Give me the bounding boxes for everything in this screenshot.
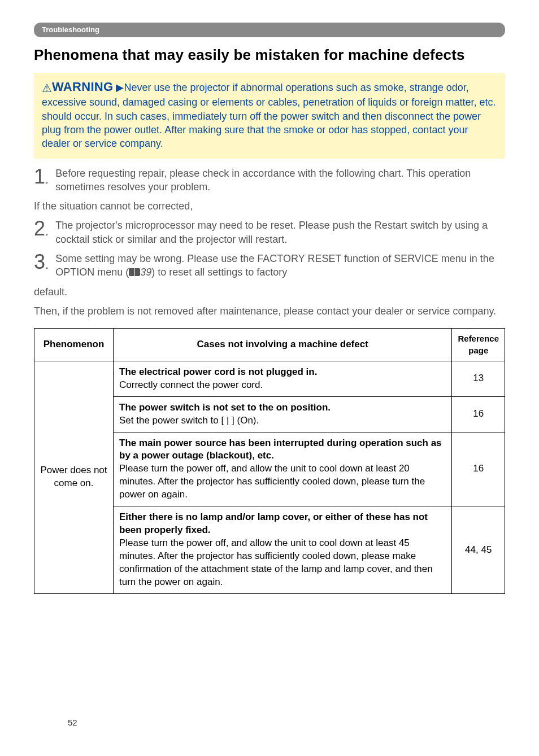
step-dot: . <box>45 257 49 272</box>
case-cell: The power switch is not set to the on po… <box>114 396 452 432</box>
paragraph: default. <box>34 285 505 299</box>
case-rest: Please turn the power off, and allow the… <box>119 537 433 587</box>
case-cell: The main power source has been interrupt… <box>114 432 452 506</box>
case-rest: Set the power switch to [ | ] (On). <box>119 415 259 426</box>
step-text: Before requesting repair, please check i… <box>55 167 505 194</box>
paragraph: Then, if the problem is not removed afte… <box>34 304 505 318</box>
case-bold: Either there is no lamp and/or lamp cove… <box>119 512 428 535</box>
step-2: 2. The projector's microprocessor may ne… <box>34 219 505 246</box>
case-bold: The main power source has been interrupt… <box>119 438 442 461</box>
step-dot: . <box>45 172 49 186</box>
table-header-row: Phenomenon Cases not involving a machine… <box>34 329 505 361</box>
arrow-right-icon: ▶ <box>116 82 124 93</box>
warning-box: ⚠WARNING ▶Never use the projector if abn… <box>34 73 505 159</box>
step-3: 3. Some setting may be wrong. Please use… <box>34 252 505 279</box>
page-title: Phenomena that may easily be mistaken fo… <box>34 45 505 65</box>
warning-label: WARNING <box>52 80 113 94</box>
ref-cell: 13 <box>452 361 505 396</box>
step-text: The projector's microprocessor may need … <box>55 219 505 246</box>
step-dot: . <box>45 224 49 238</box>
header-reference: Reference page <box>452 329 505 361</box>
troubleshooting-table: Phenomenon Cases not involving a machine… <box>34 328 505 594</box>
case-bold: The power switch is not set to the on po… <box>119 402 331 413</box>
ref-cell: 44, 45 <box>452 506 505 594</box>
header-cases: Cases not involving a machine defect <box>114 329 452 361</box>
case-rest: Correctly connect the power cord. <box>119 379 263 390</box>
ref-cell: 16 <box>452 432 505 506</box>
section-label: Troubleshooting <box>34 23 505 37</box>
step-number: 1 <box>34 165 45 188</box>
book-icon <box>129 268 140 276</box>
step-number: 2 <box>34 217 45 240</box>
case-cell: The electrical power cord is not plugged… <box>114 361 452 396</box>
step3-ref: 39 <box>140 266 151 278</box>
phenomenon-cell: Power does not come on. <box>34 361 114 593</box>
step-1: 1. Before requesting repair, please chec… <box>34 167 505 194</box>
table-row: Power does not come on. The electrical p… <box>34 361 505 396</box>
case-bold: The electrical power cord is not plugged… <box>119 366 317 377</box>
header-phenomenon: Phenomenon <box>34 329 114 361</box>
ref-cell: 16 <box>452 396 505 432</box>
case-rest: Please turn the power off, and allow the… <box>119 463 425 500</box>
warning-triangle-icon: ⚠ <box>42 81 52 94</box>
step-number: 3 <box>34 250 45 273</box>
case-cell: Either there is no lamp and/or lamp cove… <box>114 506 452 594</box>
step-text: Some setting may be wrong. Please use th… <box>55 252 505 279</box>
step3-post: ) to reset all settings to factory <box>151 266 287 278</box>
page-number: 52 <box>68 717 77 728</box>
paragraph: If the situation cannot be corrected, <box>34 199 505 213</box>
